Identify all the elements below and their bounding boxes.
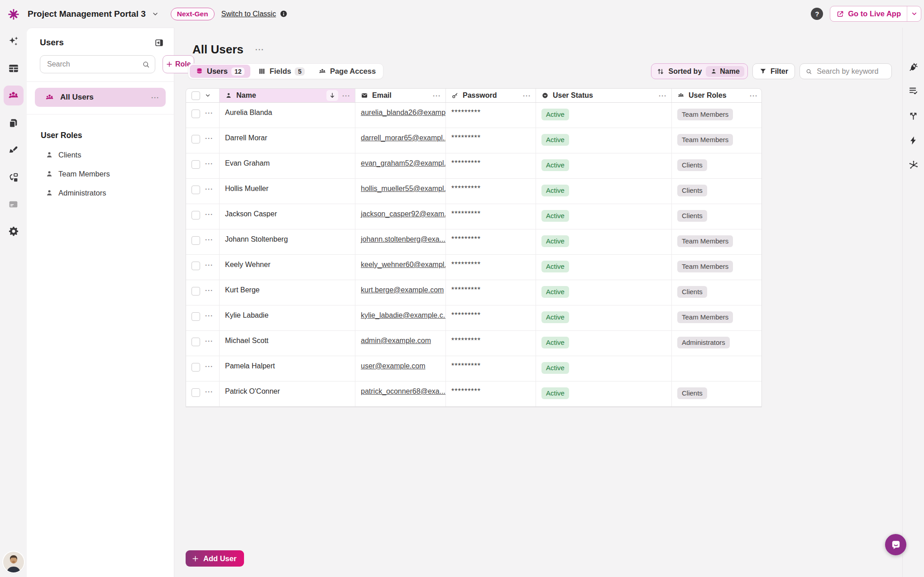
sorted-by-field-chip[interactable]: Name — [706, 66, 744, 77]
rail-item-screens[interactable] — [4, 113, 24, 133]
sidebar-item-administrators[interactable]: Administrators — [27, 185, 174, 201]
user-email-link[interactable]: hollis_mueller55@exampl... — [361, 185, 446, 192]
user-email-link[interactable]: aurelia_blanda26@examp... — [361, 109, 446, 116]
status-cell[interactable]: Active — [536, 153, 672, 178]
row-checkbox[interactable] — [192, 287, 200, 296]
column-header-name[interactable]: Name ··· — [220, 89, 355, 102]
rail-item-automations[interactable] — [906, 133, 921, 148]
row-menu-icon[interactable]: ··· — [205, 135, 213, 142]
password-cell[interactable]: ********* — [446, 179, 536, 204]
email-cell[interactable]: johann.stoltenberg@exa... — [355, 229, 446, 254]
column-menu-icon[interactable]: ··· — [523, 92, 531, 99]
row-menu-icon[interactable]: ··· — [205, 338, 213, 344]
sidebar-item-clients[interactable]: Clients — [27, 147, 174, 163]
filter-button[interactable]: Filter — [752, 63, 795, 79]
row-menu-icon[interactable]: ··· — [205, 236, 213, 243]
password-cell[interactable]: ********* — [446, 229, 536, 254]
status-cell[interactable]: Active — [536, 305, 672, 330]
email-cell[interactable]: keely_wehner60@exampl... — [355, 255, 446, 280]
roles-cell[interactable]: Team Members — [672, 128, 762, 153]
sidebar-search-input[interactable] — [46, 60, 142, 69]
rail-item-datasources[interactable] — [906, 59, 921, 75]
column-menu-icon[interactable]: ··· — [750, 92, 758, 99]
user-email-link[interactable]: evan_graham52@exampl... — [361, 159, 446, 167]
column-header-user-roles[interactable]: User Roles ··· — [672, 89, 762, 102]
row-menu-icon[interactable]: ··· — [205, 211, 213, 218]
password-cell[interactable]: ********* — [446, 280, 536, 305]
user-email-link[interactable]: darrell_morar65@exampl... — [361, 134, 446, 142]
password-cell[interactable]: ********* — [446, 103, 536, 128]
user-email-link[interactable]: user@example.com — [361, 362, 426, 370]
sort-direction-button[interactable] — [326, 90, 338, 101]
rail-item-ai[interactable] — [4, 31, 24, 51]
status-cell[interactable]: Active — [536, 356, 672, 381]
row-checkbox[interactable] — [192, 211, 200, 219]
name-cell[interactable]: Darrell Morar — [220, 128, 355, 153]
status-cell[interactable]: Active — [536, 204, 672, 229]
password-cell[interactable]: ********* — [446, 331, 536, 356]
roles-cell[interactable]: Clients — [672, 179, 762, 204]
name-cell[interactable]: Kurt Berge — [220, 280, 355, 305]
row-checkbox[interactable] — [192, 363, 200, 372]
email-cell[interactable]: jackson_casper92@exam... — [355, 204, 446, 229]
rail-item-billing[interactable] — [4, 194, 24, 214]
name-cell[interactable]: Aurelia Blanda — [220, 103, 355, 128]
roles-cell[interactable]: Team Members — [672, 255, 762, 280]
user-email-link[interactable]: kurt.berge@example.com — [361, 286, 444, 294]
rail-item-tables[interactable] — [4, 58, 24, 78]
chevron-down-icon[interactable] — [205, 92, 211, 99]
row-checkbox[interactable] — [192, 135, 200, 143]
column-menu-icon[interactable]: ··· — [342, 92, 350, 99]
row-checkbox[interactable] — [192, 312, 200, 321]
row-checkbox[interactable] — [192, 160, 200, 169]
switch-to-classic-link[interactable]: Switch to Classic — [221, 10, 276, 18]
roles-cell[interactable]: Clients — [672, 280, 762, 305]
sidebar-search[interactable] — [40, 55, 155, 73]
rail-item-activity-log[interactable] — [906, 83, 921, 98]
help-button[interactable]: ? — [811, 8, 823, 20]
user-email-link[interactable]: kylie_labadie@example.c... — [361, 311, 446, 319]
column-header-email[interactable]: Email ··· — [355, 89, 446, 102]
roles-cell[interactable]: Team Members — [672, 305, 762, 330]
row-checkbox[interactable] — [192, 388, 200, 397]
page-menu-icon[interactable]: ··· — [255, 46, 264, 53]
roles-cell[interactable]: Administrators — [672, 331, 762, 356]
name-cell[interactable]: Pamela Halpert — [220, 356, 355, 381]
user-email-link[interactable]: keely_wehner60@exampl... — [361, 261, 446, 268]
roles-cell[interactable]: Clients — [672, 204, 762, 229]
row-checkbox[interactable] — [192, 110, 200, 118]
column-header-password[interactable]: Password ··· — [446, 89, 536, 102]
password-cell[interactable]: ********* — [446, 305, 536, 330]
email-cell[interactable]: hollis_mueller55@exampl... — [355, 179, 446, 204]
info-icon[interactable] — [280, 10, 287, 18]
status-cell[interactable]: Active — [536, 331, 672, 356]
chat-support-button[interactable] — [885, 534, 906, 555]
email-cell[interactable]: aurelia_blanda26@examp... — [355, 103, 446, 128]
password-cell[interactable]: ********* — [446, 381, 536, 406]
item-menu-icon[interactable]: ··· — [151, 94, 159, 101]
name-cell[interactable]: Kylie Labadie — [220, 305, 355, 330]
tab-users[interactable]: Users 12 — [190, 65, 250, 78]
row-checkbox[interactable] — [192, 186, 200, 194]
tab-page-access[interactable]: Page Access — [312, 65, 382, 78]
row-checkbox[interactable] — [192, 338, 200, 346]
password-cell[interactable]: ********* — [446, 356, 536, 381]
email-cell[interactable]: patrick_oconner68@exa... — [355, 381, 446, 406]
row-menu-icon[interactable]: ··· — [205, 160, 213, 167]
rail-item-automations[interactable] — [4, 167, 24, 187]
name-cell[interactable]: Patrick O'Conner — [220, 381, 355, 406]
name-cell[interactable]: Jackson Casper — [220, 204, 355, 229]
password-cell[interactable]: ********* — [446, 255, 536, 280]
rail-item-settings[interactable] — [4, 221, 24, 241]
email-cell[interactable]: evan_graham52@exampl... — [355, 153, 446, 178]
column-menu-icon[interactable]: ··· — [433, 92, 441, 99]
name-cell[interactable]: Johann Stoltenberg — [220, 229, 355, 254]
sorted-by-chip[interactable]: Sorted by Name — [651, 63, 748, 79]
name-cell[interactable]: Hollis Mueller — [220, 179, 355, 204]
go-to-live-app-button[interactable]: Go to Live App — [830, 6, 921, 22]
sidebar-item-all-users[interactable]: All Users ··· — [35, 88, 166, 107]
password-cell[interactable]: ********* — [446, 204, 536, 229]
user-email-link[interactable]: johann.stoltenberg@exa... — [361, 235, 445, 243]
email-cell[interactable]: user@example.com — [355, 356, 446, 381]
collapse-panel-icon[interactable] — [154, 38, 164, 48]
